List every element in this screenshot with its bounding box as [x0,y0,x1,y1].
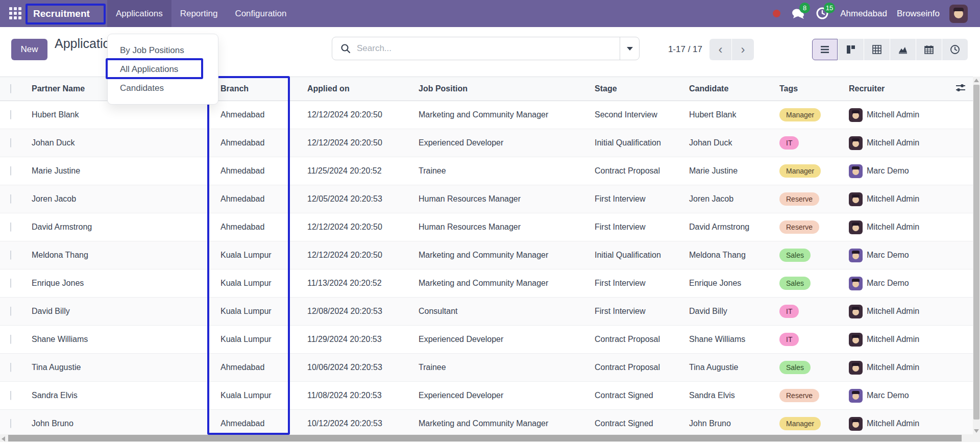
recruiter-name: Mitchell Admin [867,335,919,344]
cell-branch: Kuala Lumpur [210,335,297,344]
header-branch[interactable]: Branch [210,84,297,93]
cell-job-position: Consultant [408,307,584,316]
top-navbar: Recruitment Applications Reporting Confi… [0,0,980,27]
column-settings-icon [954,82,967,93]
company-switcher[interactable]: Ahmedabad [840,9,887,19]
table-row[interactable]: Tina Augustie Ahmedabad 10/06/2024 20:20… [0,354,973,382]
tag-badge: Reserve [779,192,819,206]
vertical-scrollbar[interactable] [973,77,980,435]
recruiter-name: Mitchell Admin [867,307,919,316]
row-checkbox[interactable] [10,335,11,344]
cell-stage: First Interview [584,279,679,288]
recruiter-avatar [849,136,863,150]
header-stage[interactable]: Stage [584,84,679,93]
row-checkbox[interactable] [10,251,11,260]
row-checkbox[interactable] [10,166,11,176]
app-name[interactable]: Recruitment [33,0,90,27]
tag-badge: IT [779,305,799,318]
pager-next-button[interactable]: › [732,39,754,60]
row-checkbox[interactable] [10,279,11,288]
row-checkbox[interactable] [10,110,11,119]
cell-branch: Kuala Lumpur [210,307,297,316]
cell-stage: First Interview [584,223,679,232]
table-row[interactable]: John Bruno Ahmedabad 10/12/2024 20:20:53… [0,410,973,438]
view-pivot-button[interactable] [864,39,890,60]
header-job-position[interactable]: Job Position [408,84,584,93]
tag-badge: Sales [779,249,811,262]
row-checkbox[interactable] [10,138,11,147]
table-row[interactable]: Johan Duck Ahmedabad 12/12/2024 20:20:50… [0,129,973,157]
vertical-scrollbar-thumb[interactable] [973,85,979,420]
table-row[interactable]: Shane Williams Kuala Lumpur 11/29/2024 2… [0,326,973,354]
cell-partner-name: John Bruno [21,419,210,428]
scroll-left-icon[interactable] [2,436,5,441]
recruiter-avatar [849,389,863,403]
nav-item-reporting[interactable]: Reporting [172,0,227,27]
apps-grid-icon[interactable] [9,7,22,20]
user-avatar[interactable] [949,5,968,23]
view-list-button[interactable] [812,39,838,60]
table-row[interactable]: Joren Jacob Ahmedabad 12/05/2024 20:20:5… [0,185,973,213]
row-checkbox[interactable] [10,223,11,232]
messages-button[interactable]: 8 [790,6,805,21]
row-checkbox[interactable] [10,391,11,400]
horizontal-scrollbar[interactable] [0,434,980,442]
cell-partner-name: Tina Augustie [21,363,210,372]
activities-button[interactable]: 15 [815,6,830,21]
pager-previous-button[interactable]: ‹ [709,39,731,60]
horizontal-scrollbar-thumb[interactable] [8,435,962,441]
row-checkbox[interactable] [10,194,11,204]
menu-item-all-applications[interactable]: All Applications [108,60,218,79]
cell-branch: Ahmedabad [210,110,297,119]
header-candidate[interactable]: Candidate [679,84,769,93]
recruiter-name: Mitchell Admin [867,138,919,147]
header-applied-on[interactable]: Applied on [297,84,408,93]
table-row[interactable]: Hubert Blank Ahmedabad 12/12/2024 20:20:… [0,101,973,129]
table-row[interactable]: Marie Justine Ahmedabad 11/25/2024 20:20… [0,157,973,185]
header-tags[interactable]: Tags [769,84,839,93]
view-calendar-button[interactable] [916,39,942,60]
view-graph-button[interactable] [890,39,916,60]
cell-branch: Ahmedabad [210,166,297,176]
table-row[interactable]: Meldona Thang Kuala Lumpur 12/12/2024 20… [0,241,973,269]
cell-candidate: Enrique Jones [679,279,769,288]
row-checkbox[interactable] [10,363,11,372]
scroll-down-icon[interactable] [974,429,979,433]
pager: 1-17 / 17 ‹ › [668,39,754,60]
cell-job-position: Human Resources Manager [408,223,584,232]
table-row[interactable]: David Armstrong Ahmedabad 12/12/2024 20:… [0,213,973,241]
cell-stage: Contract Proposal [584,166,679,176]
optional-columns-button[interactable] [950,82,967,93]
cell-partner-name: Meldona Thang [21,251,210,260]
recruiter-name: Mitchell Admin [867,110,919,119]
view-kanban-button[interactable] [838,39,864,60]
cell-branch: Ahmedabad [210,223,297,232]
cell-recruiter: Marc Demo [839,277,950,290]
nav-item-configuration[interactable]: Configuration [226,0,295,27]
recruiter-name: Marc Demo [867,279,909,288]
table-row[interactable]: Enrique Jones Kuala Lumpur 11/13/2024 20… [0,269,973,298]
table-row[interactable]: Sandra Elvis Kuala Lumpur 11/08/2024 20:… [0,382,973,410]
row-checkbox[interactable] [10,307,11,316]
header-recruiter[interactable]: Recruiter [839,84,950,93]
cell-recruiter: Mitchell Admin [839,108,950,122]
search-input[interactable] [357,43,620,54]
kanban-icon [846,44,856,55]
menu-item-candidates[interactable]: Candidates [108,79,218,97]
row-checkbox[interactable] [10,419,11,428]
select-all-checkbox[interactable] [10,84,11,93]
scroll-up-icon[interactable] [974,79,979,82]
search-options-toggle[interactable] [620,37,639,60]
new-button[interactable]: New [11,39,47,60]
table-row[interactable]: David Billy Kuala Lumpur 12/08/2024 20:2… [0,298,973,326]
recruiter-avatar [849,164,863,178]
tag-badge: IT [779,333,799,346]
cell-partner-name: Enrique Jones [21,279,210,288]
user-menu[interactable]: Browseinfo [897,9,940,19]
menu-item-by-job-positions[interactable]: By Job Positions [108,41,218,60]
cell-recruiter: Mitchell Admin [839,220,950,234]
nav-item-applications[interactable]: Applications [107,0,172,27]
view-activity-button[interactable] [942,39,968,60]
cell-stage: Initial Qualification [584,138,679,147]
cell-stage: Second Interview [584,110,679,119]
